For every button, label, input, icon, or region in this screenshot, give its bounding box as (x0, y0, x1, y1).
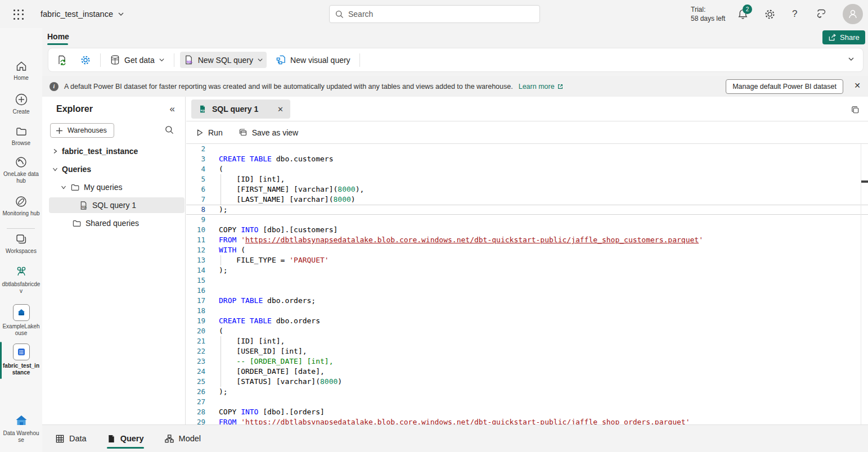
code-line[interactable]: 2 (186, 144, 868, 154)
code-line[interactable]: 10COPY INTO [dbo].[customers] (186, 225, 868, 235)
code-line[interactable]: 16 (186, 286, 868, 296)
add-warehouses-button[interactable]: Warehouses (50, 123, 114, 138)
tree-item-my-queries[interactable]: My queries (42, 179, 186, 195)
sql-code-editor[interactable]: 23CREATE TABLE dbo.customers4(5 [ID] [in… (186, 144, 868, 424)
active-nav-indicator (0, 342, 2, 379)
tab-data[interactable]: Data (55, 425, 87, 452)
settings-button[interactable] (764, 0, 776, 28)
manage-dataset-button[interactable]: Manage default Power BI dataset (726, 79, 843, 94)
explorer-search-icon[interactable] (165, 125, 174, 134)
code-line[interactable]: 25 [STATUS] [varchar](8000) (186, 377, 868, 387)
code-line[interactable]: 4( (186, 164, 868, 174)
sidebar-item-dbtlabsfabricdev[interactable]: dbtlabsfabricdev (0, 264, 42, 295)
code-text: [STATUS] [varchar](8000) (219, 377, 868, 387)
share-button[interactable]: Share (822, 30, 865, 44)
code-line[interactable]: 21 [ID] [int], (186, 336, 868, 346)
tab-home[interactable]: Home (47, 28, 69, 45)
banner-close-icon[interactable]: ✕ (854, 81, 861, 90)
collapse-panel-icon[interactable]: « (170, 103, 175, 115)
warehouse-item-icon (13, 343, 30, 360)
tree-item-sql-query-1[interactable]: SQL SQL query 1 (49, 197, 185, 213)
code-line[interactable]: 3CREATE TABLE dbo.customers (186, 154, 868, 164)
code-line[interactable]: 11FROM 'https://dbtlabsynapsedatalake.bl… (186, 235, 868, 245)
onelake-icon (15, 156, 28, 169)
code-line[interactable]: 17DROP TABLE dbo.orders; (186, 296, 868, 306)
code-line[interactable]: 5 [ID] [int], (186, 174, 868, 184)
close-tab-icon[interactable]: ✕ (277, 105, 284, 114)
indent-guide (221, 255, 221, 265)
code-line[interactable]: 9 (186, 215, 868, 225)
save-as-view-button[interactable]: Save as view (239, 128, 298, 137)
app-launcher-icon[interactable] (12, 8, 25, 21)
code-line[interactable]: 13 FILE_TYPE = 'PARQUET' (186, 255, 868, 265)
editor-scrollbar[interactable] (861, 144, 861, 424)
code-text: WITH ( (219, 245, 868, 255)
code-line[interactable]: 26); (186, 387, 868, 397)
code-line[interactable]: 23 -- [ORDER_DATE] [int], (186, 356, 868, 367)
learn-more-link[interactable]: Learn more (519, 83, 564, 91)
new-visual-query-button[interactable]: New visual query (272, 52, 354, 68)
sidebar-item-browse[interactable]: Browse (0, 125, 42, 147)
feedback-button[interactable] (816, 0, 828, 28)
get-data-button[interactable]: Get data (106, 52, 168, 68)
settings-ribbon-button[interactable] (77, 52, 95, 69)
sidebar-item-workspaces[interactable]: Workspaces (0, 233, 42, 255)
sidebar-item-examplelakehouse[interactable]: ExampleLakehouse (0, 304, 42, 337)
code-line[interactable]: 7 [LAST_NAME] [varchar](8000) (186, 195, 868, 205)
search-icon (335, 10, 344, 19)
ribbon-collapse-chevron[interactable] (847, 55, 855, 63)
search-input[interactable]: Search (329, 5, 540, 23)
sidebar-item-fabric-test-instance[interactable]: fabric_test_instance (0, 343, 42, 376)
code-line[interactable]: 24 [ORDER_DATE] [date], (186, 367, 868, 377)
ribbon-toolbar: Get data SQL New SQL query New visual qu… (48, 48, 863, 72)
folder-icon (70, 183, 80, 192)
play-icon (196, 129, 204, 137)
svg-text:SQL: SQL (82, 206, 87, 209)
code-line[interactable]: 18 (186, 306, 868, 316)
account-avatar[interactable] (843, 4, 863, 24)
sidebar-item-monitoring-hub[interactable]: Monitoring hub (0, 195, 42, 217)
chevron-right-icon (52, 148, 58, 154)
run-button[interactable]: Run (196, 128, 223, 137)
sidebar-item-onelake-data-hub[interactable]: OneLake data hub (0, 156, 42, 184)
tree-item-shared-queries[interactable]: Shared queries (42, 215, 186, 231)
sidebar-item-create[interactable]: Create (0, 93, 42, 115)
line-number: 23 (186, 356, 205, 367)
indent-guide (221, 336, 221, 346)
help-button[interactable]: ? (792, 0, 797, 28)
code-line[interactable]: 20( (186, 326, 868, 336)
new-sql-query-button[interactable]: SQL New SQL query (180, 52, 267, 68)
code-line[interactable]: 27 (186, 397, 868, 407)
code-line[interactable]: 19CREATE TABLE dbo.orders (186, 316, 868, 326)
copy-icon[interactable] (851, 105, 860, 115)
sidebar-item-data-warehouse[interactable]: Data Warehouse (0, 413, 42, 444)
line-number: 17 (186, 296, 205, 306)
tab-sql-query-1[interactable]: SQL SQL query 1 ✕ (191, 100, 290, 119)
code-line[interactable]: 6 [FIRST_NAME] [varchar](8000), (186, 184, 868, 195)
code-line[interactable]: 14); (186, 265, 868, 275)
tab-model[interactable]: Model (164, 425, 201, 452)
tab-query[interactable]: Query (107, 425, 144, 452)
code-line[interactable]: 12WITH ( (186, 245, 868, 255)
person-icon (847, 8, 858, 20)
trial-status: Trial: 58 days left (691, 5, 725, 23)
tree-item-warehouse[interactable]: fabric_test_instance (42, 143, 186, 159)
code-line[interactable]: 22 [USER_ID] [int], (186, 346, 868, 356)
chevron-down-icon (52, 166, 58, 172)
refresh-source-button[interactable] (53, 52, 71, 69)
workspace-switcher[interactable]: fabric_test_instance (41, 0, 124, 28)
code-text: [FIRST_NAME] [varchar](8000), (219, 184, 868, 195)
line-number: 3 (186, 154, 205, 164)
tree-item-queries[interactable]: Queries (42, 161, 186, 177)
line-number: 16 (186, 286, 205, 296)
code-line[interactable]: 28COPY INTO [dbo].[orders] (186, 407, 868, 417)
chevron-down-icon (61, 184, 66, 190)
code-line[interactable]: 15 (186, 275, 868, 286)
share-icon (828, 33, 836, 42)
chevron-down-icon (118, 11, 124, 17)
editor-toolbar: Run Save as view (186, 121, 868, 144)
line-number: 7 (186, 195, 205, 205)
code-line[interactable]: 8); (186, 205, 868, 215)
sidebar-item-home[interactable]: Home (0, 60, 42, 82)
gear-blue-icon (80, 55, 91, 66)
